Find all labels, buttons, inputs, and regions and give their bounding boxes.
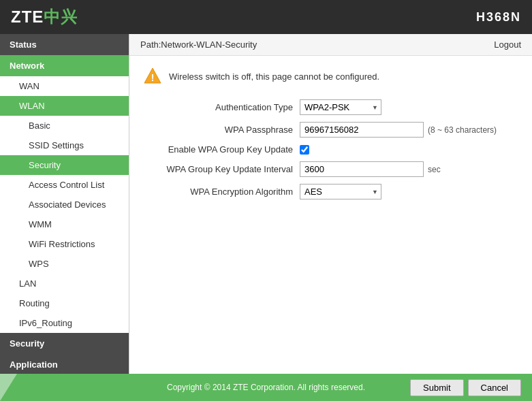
submit-button[interactable]: Submit xyxy=(410,379,463,396)
sidebar-item-wan[interactable]: WAN xyxy=(0,76,129,96)
sidebar-item-wlan[interactable]: WLAN xyxy=(0,96,129,116)
wpa-passphrase-input[interactable] xyxy=(300,122,424,138)
svg-text:!: ! xyxy=(151,72,155,83)
warning-icon: ! xyxy=(143,67,162,86)
group-key-interval-control: sec xyxy=(300,161,441,177)
warning-bar: ! Wireless switch is off, this page cann… xyxy=(143,67,518,86)
sidebar-item-security[interactable]: Security xyxy=(0,155,129,175)
auth-type-label: Authentication Type xyxy=(143,102,300,112)
wpa-passphrase-hint: (8 ~ 63 characters) xyxy=(428,125,497,135)
auth-type-select-wrapper: WPA2-PSK WPA-PSK WPA2 WPA None xyxy=(300,99,381,115)
form: Authentication Type WPA2-PSK WPA-PSK WPA… xyxy=(143,99,518,199)
auth-type-select[interactable]: WPA2-PSK WPA-PSK WPA2 WPA None xyxy=(300,99,381,115)
logo: ZTE中兴 xyxy=(11,6,78,28)
sidebar-item-associated-devices[interactable]: Associated Devices xyxy=(0,195,129,214)
breadcrumb: Path:Network-WLAN-Security xyxy=(140,39,257,50)
enable-group-key-checkbox[interactable] xyxy=(300,145,309,155)
copyright: Copyright © 2014 ZTE Corporation. All ri… xyxy=(167,383,365,392)
enable-group-key-label: Enable WPA Group Key Update xyxy=(143,144,300,155)
group-key-interval-label: WPA Group Key Update Interval xyxy=(143,164,300,174)
content-area: Path:Network-WLAN-Security Logout ! Wire… xyxy=(129,34,532,374)
wpa-passphrase-control: (8 ~ 63 characters) xyxy=(300,122,497,138)
sidebar-item-status[interactable]: Status xyxy=(0,34,129,55)
auth-type-control: WPA2-PSK WPA-PSK WPA2 WPA None xyxy=(300,99,381,115)
encryption-algo-select-wrapper: AES TKIP TKIP+AES xyxy=(300,184,381,199)
sidebar-item-network[interactable]: Network xyxy=(0,55,129,76)
sidebar-item-wps[interactable]: WPS xyxy=(0,254,129,274)
enable-group-key-row: Enable WPA Group Key Update xyxy=(143,144,518,155)
footer-decoration xyxy=(0,374,17,401)
main-layout: Status Network WAN WLAN Basic SSID Setti… xyxy=(0,34,532,374)
logout-link[interactable]: Logout xyxy=(494,39,521,50)
enable-group-key-control xyxy=(300,145,309,155)
group-key-interval-input[interactable] xyxy=(300,161,424,177)
sidebar-item-routing[interactable]: Routing xyxy=(0,293,129,313)
sidebar-item-lan[interactable]: LAN xyxy=(0,274,129,293)
encryption-algo-select[interactable]: AES TKIP TKIP+AES xyxy=(300,184,381,199)
encryption-algo-control: AES TKIP TKIP+AES xyxy=(300,184,381,199)
sidebar-item-wmm[interactable]: WMM xyxy=(0,214,129,234)
group-key-interval-unit: sec xyxy=(428,165,441,174)
sidebar: Status Network WAN WLAN Basic SSID Setti… xyxy=(0,34,129,374)
warning-message: Wireless switch is off, this page cannot… xyxy=(169,71,379,82)
path-bar: Path:Network-WLAN-Security Logout xyxy=(129,34,532,56)
sidebar-item-application[interactable]: Application xyxy=(0,354,129,374)
wpa-passphrase-label: WPA Passphrase xyxy=(143,125,300,135)
auth-type-row: Authentication Type WPA2-PSK WPA-PSK WPA… xyxy=(143,99,518,115)
encryption-algo-row: WPA Encryption Algorithm AES TKIP TKIP+A… xyxy=(143,184,518,199)
model: H368N xyxy=(476,10,521,25)
footer: Copyright © 2014 ZTE Corporation. All ri… xyxy=(0,374,532,401)
encryption-algo-label: WPA Encryption Algorithm xyxy=(143,187,300,197)
group-key-interval-row: WPA Group Key Update Interval sec xyxy=(143,161,518,177)
sidebar-item-access-control-list[interactable]: Access Control List xyxy=(0,175,129,195)
cancel-button[interactable]: Cancel xyxy=(468,379,521,396)
sidebar-item-ssid-settings[interactable]: SSID Settings xyxy=(0,135,129,155)
content-body: ! Wireless switch is off, this page cann… xyxy=(129,56,532,374)
sidebar-item-wifi-restrictions[interactable]: WiFi Restrictions xyxy=(0,234,129,254)
sidebar-item-ipv6-routing[interactable]: IPv6_Routing xyxy=(0,313,129,333)
sidebar-item-basic[interactable]: Basic xyxy=(0,116,129,135)
header: ZTE中兴 H368N xyxy=(0,0,532,34)
wpa-passphrase-row: WPA Passphrase (8 ~ 63 characters) xyxy=(143,122,518,138)
footer-buttons: Submit Cancel xyxy=(410,379,521,396)
sidebar-item-security-top[interactable]: Security xyxy=(0,333,129,354)
